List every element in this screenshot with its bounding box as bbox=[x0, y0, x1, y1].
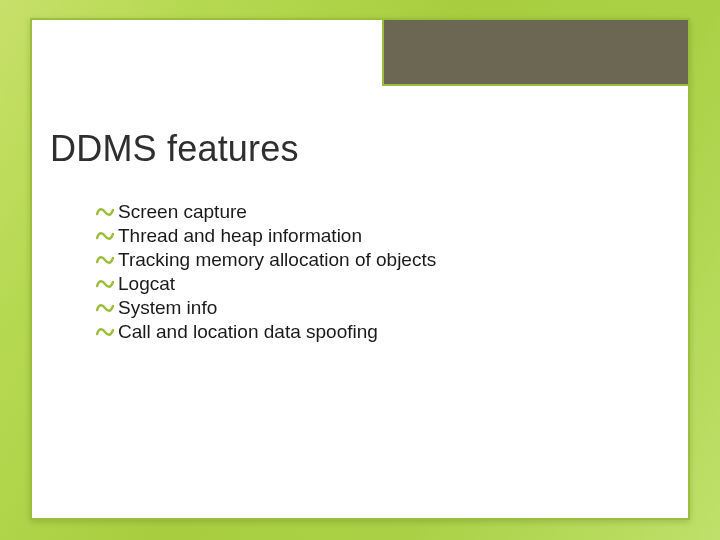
list-item-label: Screen capture bbox=[118, 202, 247, 221]
list-item: Screen capture bbox=[96, 202, 436, 221]
wave-bullet-icon bbox=[96, 253, 118, 267]
list-item-label: Call and location data spoofing bbox=[118, 322, 378, 341]
list-item-label: Thread and heap information bbox=[118, 226, 362, 245]
wave-bullet-icon bbox=[96, 229, 118, 243]
bullet-list: Screen capture Thread and heap informati… bbox=[96, 202, 436, 346]
wave-bullet-icon bbox=[96, 205, 118, 219]
slide-background: DDMS features Screen capture Thread and … bbox=[0, 0, 720, 540]
list-item: System info bbox=[96, 298, 436, 317]
slide-card: DDMS features Screen capture Thread and … bbox=[30, 18, 690, 520]
list-item: Thread and heap information bbox=[96, 226, 436, 245]
wave-bullet-icon bbox=[96, 325, 118, 339]
list-item: Tracking memory allocation of objects bbox=[96, 250, 436, 269]
wave-bullet-icon bbox=[96, 277, 118, 291]
list-item-label: System info bbox=[118, 298, 217, 317]
list-item: Call and location data spoofing bbox=[96, 322, 436, 341]
list-item-label: Logcat bbox=[118, 274, 175, 293]
list-item: Logcat bbox=[96, 274, 436, 293]
corner-decoration bbox=[382, 18, 690, 86]
list-item-label: Tracking memory allocation of objects bbox=[118, 250, 436, 269]
slide-title: DDMS features bbox=[50, 128, 299, 170]
wave-bullet-icon bbox=[96, 301, 118, 315]
